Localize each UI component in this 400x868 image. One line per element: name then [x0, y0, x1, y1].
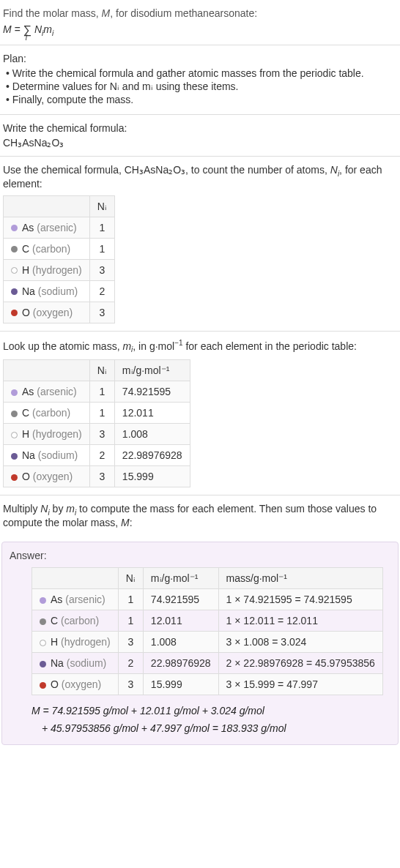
n-cell: 2 — [118, 652, 143, 673]
element-name: (arsenic) — [37, 222, 76, 233]
table-row: H (hydrogen)3 — [4, 259, 115, 280]
table-row: As (arsenic)1 — [4, 217, 115, 238]
table-row: Na (sodium)222.98976928 — [4, 445, 190, 466]
element-name: (carbon) — [32, 243, 70, 255]
element-name: (hydrogen) — [32, 428, 82, 440]
element-symbol: As — [22, 222, 34, 233]
element-cell: H (hydrogen) — [4, 424, 90, 445]
n-header: Nᵢ — [118, 567, 143, 588]
element-symbol: Na — [22, 285, 35, 297]
element-dot-icon — [11, 225, 18, 231]
m-cell: 1.008 — [114, 424, 190, 445]
element-name: (sodium) — [38, 285, 78, 297]
table-row: C (carbon)112.011 — [4, 403, 190, 424]
element-dot-icon — [40, 661, 46, 667]
eq-n: N — [34, 23, 42, 35]
final-equation: M = 74.921595 g/mol + 12.011 g/mol + 3.0… — [10, 703, 390, 738]
count-prompt-n: N — [330, 164, 338, 176]
intro-var-m: M — [102, 7, 111, 19]
mult-mm: M — [121, 517, 130, 528]
element-dot-icon — [40, 640, 46, 646]
n-cell: 3 — [118, 631, 143, 652]
element-dot-icon — [11, 288, 18, 295]
element-name: (hydrogen) — [32, 264, 82, 276]
element-symbol: O — [22, 471, 30, 482]
element-cell: As (arsenic) — [4, 217, 90, 238]
final-line-2: + 45.97953856 g/mol + 47.997 g/mol = 183… — [32, 720, 390, 738]
mass-cell: 3 × 1.008 = 3.024 — [218, 631, 382, 652]
element-dot-icon — [11, 389, 18, 396]
element-cell: Na (sodium) — [32, 652, 119, 673]
m-cell: 12.011 — [114, 403, 190, 424]
element-name: (oxygen) — [33, 471, 73, 482]
mult-m: m — [66, 503, 75, 515]
write-formula-section: Write the chemical formula: CH₃AsNa₂O₃ — [0, 115, 400, 157]
n-cell: 3 — [89, 259, 114, 280]
eq-sum-idx: i — [26, 34, 27, 42]
mult-n: N — [40, 503, 48, 515]
n-header: Nᵢ — [89, 195, 114, 217]
n-header: Nᵢ — [89, 360, 114, 381]
eq-m: m — [43, 23, 52, 35]
n-cell: 2 — [89, 445, 114, 466]
n-cell: 2 — [89, 280, 114, 302]
element-symbol: Na — [22, 449, 35, 461]
count-section: Use the chemical formula, CH₃AsNa₂O₃, to… — [0, 157, 400, 332]
blank-header — [4, 195, 90, 217]
mass-header: mass/g·mol⁻¹ — [218, 567, 382, 588]
element-cell: C (carbon) — [4, 403, 90, 424]
table-header-row: Nᵢ — [4, 195, 115, 217]
mass-cell: 2 × 22.98976928 = 45.97953856 — [218, 652, 382, 673]
table-row: C (carbon)112.0111 × 12.011 = 12.011 — [32, 610, 383, 631]
element-symbol: O — [22, 307, 30, 318]
lookup-prompt-exp: −1 — [174, 339, 182, 347]
element-cell: As (arsenic) — [4, 381, 90, 403]
element-cell: C (carbon) — [4, 238, 90, 259]
lookup-prompt: Look up the atomic mass, mi, in g·mol−1 … — [3, 339, 397, 353]
table-header-row: Nᵢ mᵢ/g·mol⁻¹ mass/g·mol⁻¹ — [32, 567, 383, 588]
multiply-section: Multiply Ni by mi to compute the mass fo… — [0, 495, 400, 536]
answer-table: Nᵢ mᵢ/g·mol⁻¹ mass/g·mol⁻¹ As (arsenic)1… — [32, 567, 383, 695]
element-dot-icon — [11, 411, 18, 417]
plan-list: • Write the chemical formula and gather … — [6, 67, 397, 105]
answer-section: Answer: Nᵢ mᵢ/g·mol⁻¹ mass/g·mol⁻¹ As (a… — [1, 542, 399, 746]
element-cell: H (hydrogen) — [4, 259, 90, 280]
table-row: O (oxygen)315.9993 × 15.999 = 47.997 — [32, 673, 383, 695]
element-cell: O (oxygen) — [32, 673, 119, 695]
n-cell: 1 — [118, 610, 143, 631]
n-cell: 1 — [89, 217, 114, 238]
m-cell: 22.98976928 — [143, 652, 218, 673]
mult-a: Multiply — [3, 503, 40, 515]
multiply-prompt: Multiply Ni by mi to compute the mass fo… — [3, 503, 397, 528]
m-header: mᵢ/g·mol⁻¹ — [114, 360, 190, 381]
table-row: H (hydrogen)31.0083 × 1.008 = 3.024 — [32, 631, 383, 652]
plan-title: Plan: — [3, 53, 397, 64]
element-dot-icon — [11, 453, 18, 460]
table-row: Na (sodium)2 — [4, 280, 115, 302]
write-formula-prompt: Write the chemical formula: — [3, 122, 397, 134]
table-row: Na (sodium)222.989769282 × 22.98976928 =… — [32, 652, 383, 673]
intro-text-1: Find the molar mass, — [3, 7, 102, 19]
element-dot-icon — [40, 618, 46, 625]
n-cell: 3 — [89, 424, 114, 445]
m-cell: 15.999 — [143, 673, 218, 695]
element-name: (sodium) — [67, 657, 106, 669]
intro-prompt: Find the molar mass, M, for disodium met… — [3, 7, 397, 19]
element-cell: Na (sodium) — [4, 445, 90, 466]
lookup-prompt-a: Look up the atomic mass, — [3, 340, 122, 351]
element-cell: O (oxygen) — [4, 466, 90, 487]
mult-b: by — [50, 503, 67, 515]
table-row: O (oxygen)3 — [4, 302, 115, 323]
chemical-formula: CH₃AsNa₂O₃ — [3, 137, 397, 149]
intro-text-2: , for disodium methanearsonate: — [110, 7, 257, 19]
count-table: Nᵢ As (arsenic)1 C (carbon)1 H (hydrogen… — [3, 195, 115, 323]
lookup-section: Look up the atomic mass, mi, in g·mol−1 … — [0, 332, 400, 495]
mass-cell: 3 × 15.999 = 47.997 — [218, 673, 382, 695]
element-name: (oxygen) — [62, 678, 101, 690]
n-cell: 1 — [118, 588, 143, 610]
table-header-row: Nᵢ mᵢ/g·mol⁻¹ — [4, 360, 190, 381]
final-line-1: M = 74.921595 g/mol + 12.011 g/mol + 3.0… — [32, 703, 390, 720]
table-row: As (arsenic)174.921595 — [4, 381, 190, 403]
element-symbol: C — [51, 615, 58, 626]
n-cell: 1 — [89, 381, 114, 403]
